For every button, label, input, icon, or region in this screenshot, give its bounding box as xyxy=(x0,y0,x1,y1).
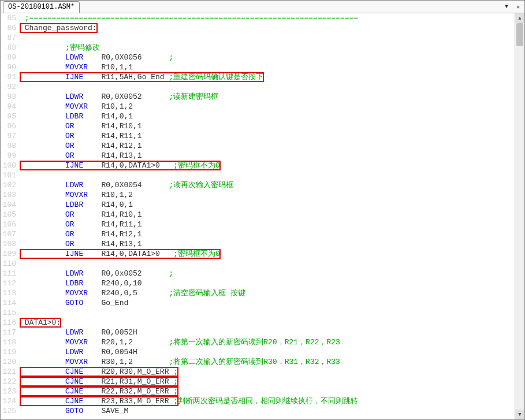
code-line[interactable]: OR R14,R13,1 xyxy=(20,151,515,161)
code-line[interactable] xyxy=(20,308,515,318)
close-icon[interactable]: ✕ xyxy=(514,3,522,11)
code-line[interactable]: MOVXR R30,1,2 ;将第二次输入的新密码读到R30，R31，R32，R… xyxy=(20,357,515,367)
line-number: 89 xyxy=(1,53,16,62)
highlighted-span: IJNE R14,0,DATA1>0 ;密码框不为0 xyxy=(20,161,220,170)
code-line[interactable]: CJNE R23,R33,M_O_ERR ;判断两次密码是否相同，相同则继续执行… xyxy=(20,396,515,406)
line-number: 108 xyxy=(1,239,16,249)
line-number: 117 xyxy=(1,328,16,337)
file-tab[interactable]: OS-20180101.ASM* xyxy=(3,1,80,13)
line-number: 113 xyxy=(1,288,16,298)
code-line[interactable]: LDWR R0,0X0054 ;读再次输入密码框 xyxy=(20,180,515,190)
code-line[interactable]: OR R14,R12,1 xyxy=(20,229,515,239)
highlighted-span: IJNE R14,0,DATA1>0 ;密码框不为0 xyxy=(20,250,220,258)
code-line[interactable]: GOTO Go_End xyxy=(20,298,515,308)
code-line[interactable]: CJNE R22,R32,M_O_ERR ; xyxy=(20,386,515,396)
line-number: 107 xyxy=(1,229,16,239)
code-line[interactable]: OR R14,R13,1 xyxy=(20,239,515,249)
line-number: 93 xyxy=(1,92,16,102)
tab-bar: OS-20180101.ASM* ▼ ✕ xyxy=(1,1,524,13)
line-number: 92 xyxy=(1,82,16,92)
code-line[interactable]: GOTO SAVE_M xyxy=(20,406,515,416)
line-number: 105 xyxy=(1,210,16,220)
line-number: 119 xyxy=(1,347,16,357)
line-number: 100 xyxy=(1,161,16,170)
line-number: 109 xyxy=(1,249,16,259)
code-line[interactable]: Change_password: xyxy=(20,23,515,33)
highlighted-span: CJNE R20,R30,M_O_ERR ; xyxy=(20,367,178,376)
code-line[interactable]: ;密码修改 xyxy=(20,43,515,53)
code-line[interactable]: MOVXR R240,0,5 ;清空密码输入框 按键 xyxy=(20,288,515,298)
line-number: 114 xyxy=(1,298,16,308)
line-number: 98 xyxy=(1,141,16,151)
highlighted-span: DATA1>0: xyxy=(20,318,61,327)
code-line[interactable]: MOVXR R10,1,2 xyxy=(20,190,515,200)
code-line[interactable]: OR R14,R11,1 xyxy=(20,131,515,141)
code-line[interactable]: IJNE R11,5AH,Go_End ;重建密码码确认键是否按下 xyxy=(20,72,515,82)
line-number: 103 xyxy=(1,190,16,200)
code-area[interactable]: ;=======================================… xyxy=(20,13,515,419)
tab-title: OS-20180101.ASM* xyxy=(8,3,75,11)
code-line[interactable]: MOVXR R10,1,2 xyxy=(20,102,515,111)
line-number: 104 xyxy=(1,200,16,210)
code-line[interactable] xyxy=(20,170,515,180)
line-number: 120 xyxy=(1,357,16,367)
line-number: 106 xyxy=(1,220,16,229)
code-line[interactable]: LDWR R0,0054H xyxy=(20,347,515,357)
scroll-down-arrow[interactable]: ▼ xyxy=(515,410,524,419)
line-number: 124 xyxy=(1,396,16,406)
tab-controls: ▼ ✕ xyxy=(502,3,522,11)
code-line[interactable]: LDWR R0,0x0052 ; xyxy=(20,269,515,278)
line-number-gutter: 8586878889909192939495969798991001011021… xyxy=(1,13,20,419)
code-line[interactable] xyxy=(20,82,515,92)
line-number: 115 xyxy=(1,308,16,318)
line-number: 101 xyxy=(1,170,16,180)
highlighted-span: CJNE R21,R31,M_O_ERR ; xyxy=(20,377,178,386)
scroll-thumb[interactable] xyxy=(516,23,523,46)
line-number: 121 xyxy=(1,367,16,377)
line-number: 94 xyxy=(1,102,16,111)
line-number: 96 xyxy=(1,121,16,131)
line-number: 90 xyxy=(1,62,16,72)
code-line[interactable]: OR R14,R10,1 xyxy=(20,210,515,220)
code-line[interactable]: IJNE R14,0,DATA1>0 ;密码框不为0 xyxy=(20,161,515,170)
code-line[interactable] xyxy=(20,33,515,43)
dropdown-icon[interactable]: ▼ xyxy=(502,3,511,11)
code-line[interactable]: LDBR R240,0,10 xyxy=(20,278,515,288)
code-line[interactable]: OR R14,R10,1 xyxy=(20,121,515,131)
code-line[interactable]: CJNE R21,R31,M_O_ERR ; xyxy=(20,377,515,386)
highlighted-span: IJNE R11,5AH,Go_End ;重建密码码确认键是否按下 xyxy=(20,73,263,81)
highlighted-span: CJNE R23,R33,M_O_ERR ; xyxy=(20,397,178,406)
line-number: 111 xyxy=(1,269,16,278)
code-line[interactable]: LDWR R0,0X0056 ; xyxy=(20,53,515,62)
code-line[interactable]: LDBR R14,0,1 xyxy=(20,200,515,210)
line-number: 97 xyxy=(1,131,16,141)
line-number: 123 xyxy=(1,386,16,396)
scroll-up-arrow[interactable]: ▲ xyxy=(515,13,524,23)
code-line[interactable]: OR R14,R11,1 xyxy=(20,220,515,229)
line-number: 85 xyxy=(1,13,16,23)
code-line[interactable]: LDBR R14,0,1 xyxy=(20,111,515,121)
code-editor: 8586878889909192939495969798991001011021… xyxy=(1,13,524,419)
code-line[interactable]: OR R14,R12,1 xyxy=(20,141,515,151)
line-number: 118 xyxy=(1,337,16,347)
vertical-scrollbar[interactable]: ▲ ▼ xyxy=(515,13,524,419)
code-line[interactable]: LDWR R0,0052H xyxy=(20,328,515,337)
line-number: 110 xyxy=(1,259,16,269)
code-line[interactable]: CJNE R20,R30,M_O_ERR ; xyxy=(20,367,515,377)
code-line[interactable]: MOVXR R10,1,1 xyxy=(20,62,515,72)
line-number: 116 xyxy=(1,318,16,328)
code-line[interactable]: DATA1>0: xyxy=(20,318,515,328)
line-number: 122 xyxy=(1,377,16,386)
line-number: 87 xyxy=(1,33,16,43)
line-number: 112 xyxy=(1,278,16,288)
code-line[interactable]: MOVXR R20,1,2 ;将第一次输入的新密码读到R20，R21，R22，R… xyxy=(20,337,515,347)
code-line[interactable]: ;=======================================… xyxy=(20,13,515,23)
line-number: 125 xyxy=(1,406,16,416)
line-number: 95 xyxy=(1,111,16,121)
line-number: 91 xyxy=(1,72,16,82)
code-line[interactable]: LDWR R0,0X0052 ;读新建密码框 xyxy=(20,92,515,102)
line-number: 102 xyxy=(1,180,16,190)
code-line[interactable]: IJNE R14,0,DATA1>0 ;密码框不为0 xyxy=(20,249,515,259)
line-number: 88 xyxy=(1,43,16,53)
code-line[interactable] xyxy=(20,259,515,269)
